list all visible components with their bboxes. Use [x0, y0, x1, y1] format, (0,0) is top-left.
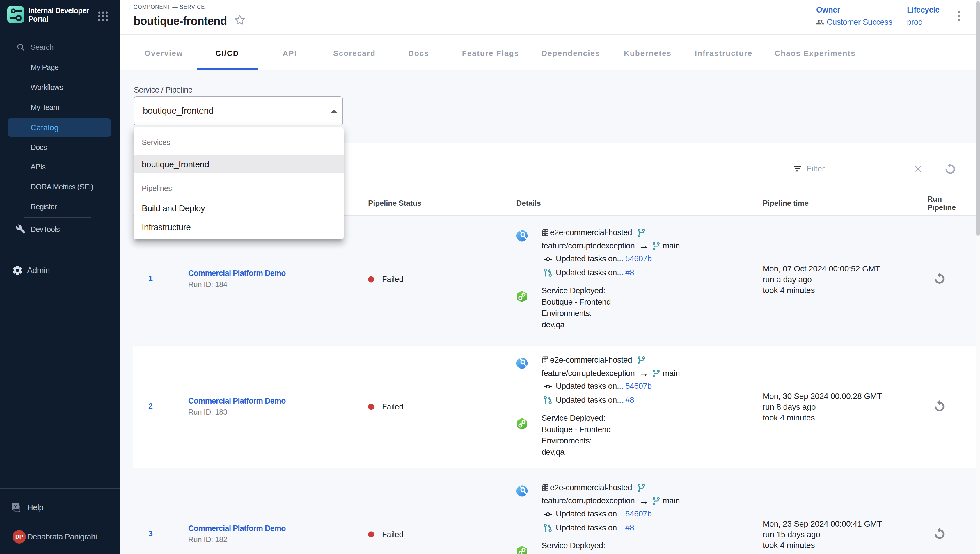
svg-text:?: ? — [14, 504, 17, 509]
